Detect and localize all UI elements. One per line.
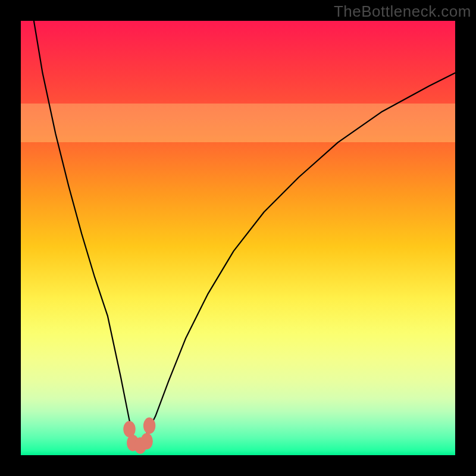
attribution-label: TheBottleneck.com	[334, 2, 471, 21]
curve-layer	[21, 21, 455, 455]
bottleneck-curve	[34, 21, 455, 446]
plot-area	[21, 21, 455, 455]
valley-marker-0	[123, 421, 135, 437]
marker-group	[123, 418, 155, 454]
valley-marker-3	[141, 433, 153, 450]
chart-frame: TheBottleneck.com	[0, 0, 476, 476]
valley-marker-4	[143, 418, 155, 434]
